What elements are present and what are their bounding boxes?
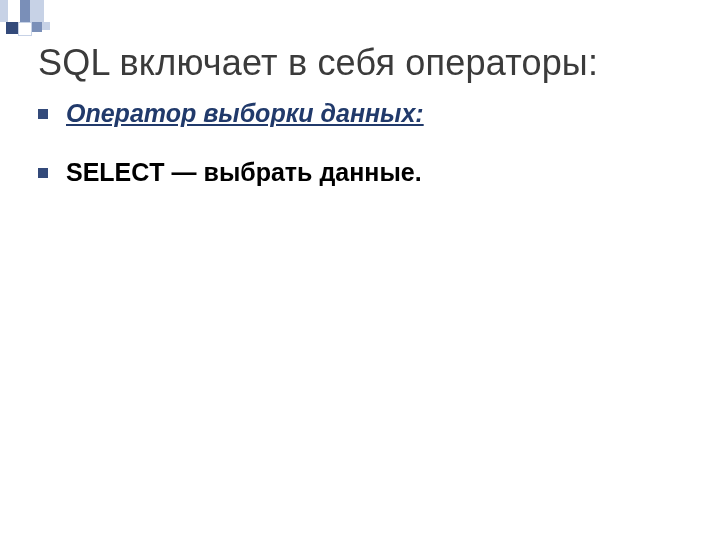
bullet-text: SELECT — выбрать данные. — [66, 157, 422, 188]
bullet-item: SELECT — выбрать данные. — [38, 157, 690, 188]
deco-square — [6, 22, 18, 34]
corner-decoration — [0, 0, 160, 40]
deco-square — [30, 0, 44, 22]
deco-square — [32, 22, 42, 32]
square-bullet-icon — [38, 168, 48, 178]
slide: SQL включает в себя операторы: Оператор … — [0, 0, 720, 540]
slide-title: SQL включает в себя операторы: — [38, 42, 700, 84]
deco-square — [8, 0, 20, 22]
deco-square — [44, 0, 52, 12]
deco-square — [20, 0, 30, 22]
deco-square — [18, 22, 32, 36]
deco-square — [42, 22, 50, 30]
deco-square — [0, 0, 8, 22]
bullet-text-emphasis: Оператор выборки данных: — [66, 98, 424, 129]
slide-body: Оператор выборки данных: SELECT — выбрат… — [38, 98, 690, 217]
square-bullet-icon — [38, 109, 48, 119]
bullet-item: Оператор выборки данных: — [38, 98, 690, 129]
